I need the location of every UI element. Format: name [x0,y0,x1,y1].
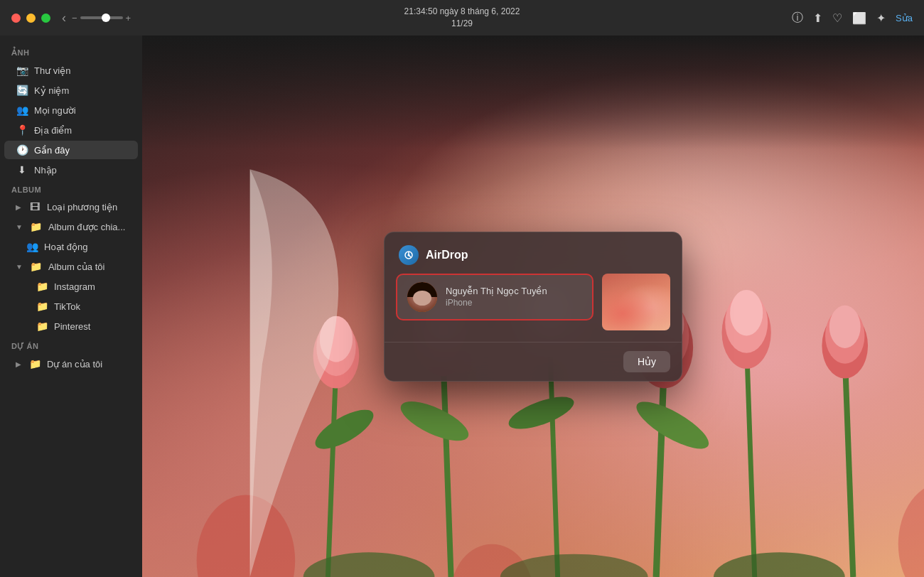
traffic-lights [11,14,50,23]
shared-album-icon: 📁 [30,221,43,232]
device-name: Nguyễn Thị Ngọc Tuyền [446,286,547,296]
zoom-control[interactable]: − + [72,13,131,23]
device-type: iPhone [446,298,547,308]
expand-icon: ▶ [16,203,21,211]
sidebar-label-thu-vien: Thư viện [34,65,70,76]
title-bar: ‹ − + 21:34:50 ngày 8 tháng 6, 2022 11/2… [0,0,924,36]
sidebar-label-instagram: Instagram [54,281,95,292]
import-icon: ⬇ [16,164,28,176]
places-icon: 📍 [16,124,28,136]
share-icon[interactable]: ⬆ [813,11,822,25]
recent-icon: 🕐 [16,144,28,156]
sidebar-label-tiktok: TikTok [54,301,80,312]
activity-icon: 👥 [26,241,38,252]
section-label-du-an: Dự án [0,336,142,354]
content-area: AirDrop [142,36,924,577]
dialog-footer: Hủy [385,342,682,381]
minimize-button[interactable] [26,14,36,23]
edit-button[interactable]: Sửa [896,13,913,23]
cancel-button[interactable]: Hủy [623,351,670,372]
svg-point-35 [408,254,410,256]
sidebar-label-du-an-cua-toi: Dự án của tôi [47,359,102,370]
toolbar-right: ⓘ ⬆ ♡ ⬜ ✦ Sửa [792,11,913,26]
photo-background: AirDrop [142,36,924,577]
sidebar-item-tiktok[interactable]: 📁 TikTok [4,297,138,316]
enhance-icon[interactable]: ✦ [876,11,886,25]
counter-label: 11/29 [404,18,520,30]
my-albums-icon: 📁 [30,261,43,272]
sidebar-item-gan-day[interactable]: 🕐 Gần đây [4,141,138,159]
sidebar-item-instagram[interactable]: 📁 Instagram [4,277,138,296]
airdrop-title: AirDrop [426,249,468,261]
sidebar-item-loai-phuong-tien[interactable]: ▶ 🎞 Loại phương tiện [4,198,138,216]
device-item[interactable]: Nguyễn Thị Ngọc Tuyền iPhone [396,274,593,320]
main-layout: Ảnh 📷 Thư viện 🔄 Kỷ niệm 👥 Mọi người 📍 Đ… [0,36,924,577]
my-projects-icon: 📁 [28,358,41,370]
sidebar-label-moi-nguoi: Mọi người [34,105,76,116]
sidebar-item-dia-diem[interactable]: 📍 Địa điểm [4,121,138,139]
sidebar-item-moi-nguoi[interactable]: 👥 Mọi người [4,101,138,119]
expand-icon-4: ▶ [16,360,21,368]
sidebar-item-album-cua-toi[interactable]: ▼ 📁 Album của tôi [4,257,138,276]
datetime-label: 21:34:50 ngày 8 tháng 6, 2022 [404,6,520,18]
dialog-content: Nguyễn Thị Ngọc Tuyền iPhone [385,274,682,342]
sidebar-item-ky-niem[interactable]: 🔄 Kỷ niệm [4,81,138,99]
sidebar-label-pinterest: Pinterest [54,321,90,332]
heart-icon[interactable]: ♡ [832,11,842,25]
section-label-anh: Ảnh [0,43,142,60]
sidebar-label-hoat-dong: Hoạt động [44,242,88,252]
sidebar-item-nhap[interactable]: ⬇ Nhập [4,161,138,179]
airdrop-icon [399,245,419,265]
dialog-header: AirDrop [385,232,682,274]
avatar-inner [407,282,437,312]
airdrop-overlay: AirDrop [142,36,924,577]
sidebar-item-du-an-cua-toi[interactable]: ▶ 📁 Dự án của tôi [4,355,138,373]
zoom-thumb [102,14,110,22]
section-label-album: Album [0,180,142,197]
avatar-face [413,291,431,306]
sidebar-label-loai-phuong-tien: Loại phương tiện [47,202,117,212]
sidebar-item-thu-vien[interactable]: 📷 Thư viện [4,61,138,80]
zoom-slider[interactable] [80,16,123,19]
sidebar-label-dia-diem: Địa điểm [34,125,72,136]
expand-icon-2: ▼ [16,223,23,231]
memories-icon: 🔄 [16,85,28,96]
people-icon: 👥 [16,104,28,116]
sidebar-label-album-duoc-chia: Album được chia... [48,222,126,232]
avatar [407,282,437,312]
close-button[interactable] [11,14,21,23]
nav-controls: ‹ − + [62,11,131,26]
sidebar-label-album-cua-toi: Album của tôi [48,261,105,272]
media-type-icon: 🎞 [28,201,41,212]
device-info: Nguyễn Thị Ngọc Tuyền iPhone [446,286,547,308]
instagram-icon: 📁 [36,281,48,292]
maximize-button[interactable] [41,14,50,23]
sidebar-label-gan-day: Gần đây [34,145,70,156]
photo-thumbnail [602,274,670,330]
back-button[interactable]: ‹ [62,11,66,26]
library-icon: 📷 [16,65,28,76]
crop-icon[interactable]: ⬜ [852,11,866,25]
sidebar-item-album-duoc-chia[interactable]: ▼ 📁 Album được chia... [4,217,138,236]
expand-icon-3: ▼ [16,263,23,271]
pinterest-icon: 📁 [36,320,48,332]
tiktok-icon: 📁 [36,301,48,312]
title-center: 21:34:50 ngày 8 tháng 6, 2022 11/29 [404,6,520,30]
sidebar-label-ky-niem: Kỷ niệm [34,85,69,96]
device-list: Nguyễn Thị Ngọc Tuyền iPhone [396,274,593,320]
thumbnail-image [602,274,670,330]
sidebar-label-nhap: Nhập [34,165,57,176]
zoom-plus-icon[interactable]: + [126,13,131,23]
info-icon[interactable]: ⓘ [792,11,803,26]
sidebar: Ảnh 📷 Thư viện 🔄 Kỷ niệm 👥 Mọi người 📍 Đ… [0,36,142,577]
airdrop-dialog: AirDrop [384,232,682,382]
zoom-minus-icon[interactable]: − [72,13,77,23]
sidebar-item-hoat-dong[interactable]: 👥 Hoạt động [4,237,138,256]
sidebar-item-pinterest[interactable]: 📁 Pinterest [4,317,138,335]
